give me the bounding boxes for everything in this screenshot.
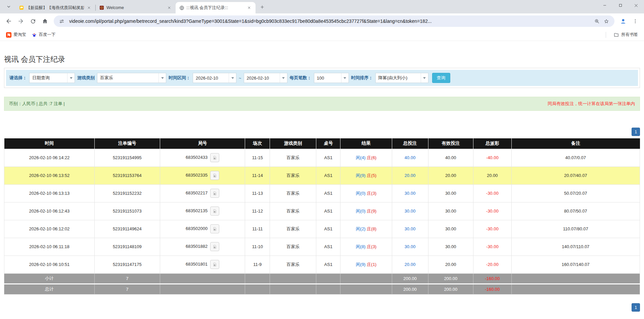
video-replay-button[interactable]	[210, 171, 219, 180]
filter-bar: 请选择： 日期查询 游戏类别 百家乐 时间区间： 2026-02-10 ~ 20…	[6, 70, 638, 86]
cell-valid-bet: 30.00	[428, 202, 473, 220]
new-tab-button[interactable]	[258, 2, 267, 12]
browser-tab-forum[interactable]: 【新提醒】【海燕优质回帖奖励	[15, 2, 95, 13]
dropdown-arrow-icon[interactable]	[341, 73, 349, 83]
browser-tab-welcome[interactable]: Welcome	[96, 2, 176, 13]
minimize-button[interactable]	[597, 0, 612, 11]
cell-total-bet: 20.00	[392, 167, 428, 184]
table-row: 2026-02-10 06:12:02523191149624683502000…	[4, 220, 640, 238]
sort-select[interactable]: 降冪(由大到小)	[375, 73, 428, 83]
video-replay-button[interactable]	[210, 224, 219, 233]
cell-game-type: 百家乐	[270, 184, 316, 202]
bookmark-star-button[interactable]	[602, 16, 611, 26]
dropdown-arrow-icon[interactable]	[421, 73, 428, 83]
browser-tab-betrecord[interactable]: :::视讯 会员下注纪录:::	[176, 2, 256, 13]
filter-panel: 请选择： 日期查询 游戏类别 百家乐 时间区间： 2026-02-10 ~ 20…	[4, 68, 640, 88]
site-settings-button[interactable]	[57, 16, 66, 26]
date-from-select[interactable]: 2026-02-10	[193, 73, 236, 83]
video-replay-button[interactable]	[210, 260, 219, 269]
cell-payout: -30.00	[473, 202, 511, 220]
bookmark-label: 百度一下	[39, 32, 56, 38]
cell-round-id: 683502135	[160, 202, 245, 220]
currency-summary-text: 币别：人民币 | 总共 :7 注单 |	[9, 101, 65, 107]
total-bet-link[interactable]: 40.00	[405, 155, 416, 160]
cell-result: 闲(4) 庄(6)	[340, 149, 392, 167]
baidu-paw-icon	[32, 32, 37, 38]
date-to-select[interactable]: 2026-02-10	[244, 73, 287, 83]
tab-close-icon[interactable]	[86, 5, 92, 11]
column-header-7: 结果	[340, 138, 392, 149]
video-replay-button[interactable]	[210, 207, 219, 216]
reload-button[interactable]	[28, 16, 38, 27]
maximize-button[interactable]	[612, 0, 628, 11]
query-type-value: 日期查询	[30, 75, 67, 81]
cell-bet-id: 523191147175	[94, 256, 160, 273]
summary-cell	[270, 273, 316, 284]
tab-close-icon[interactable]	[246, 5, 252, 11]
url-text[interactable]: videoie.com/ipl/portal.php/game/betrecor…	[69, 18, 590, 24]
home-button[interactable]	[40, 16, 50, 27]
zoom-page-button[interactable]	[592, 16, 602, 26]
dropdown-arrow-icon[interactable]	[229, 73, 236, 83]
result-player-text: 闲(2)	[356, 226, 366, 231]
cell-table-no: AS1	[316, 167, 340, 184]
address-bar[interactable]: videoie.com/ipl/portal.php/game/betrecor…	[54, 15, 614, 27]
tab-search-button[interactable]	[4, 2, 13, 11]
total-bet-link[interactable]: 30.00	[405, 209, 416, 214]
cell-table-no: AS1	[316, 256, 340, 273]
table-row: 2026-02-10 06:11:18523191148109683501882…	[4, 238, 640, 256]
dropdown-arrow-icon[interactable]	[67, 73, 75, 83]
bookmarks-bar: 淘 爱淘宝 百度一下 所有书签	[0, 29, 644, 41]
bookmark-baidu[interactable]: 百度一下	[29, 31, 58, 39]
film-icon	[213, 191, 217, 196]
cell-total-bet: 20.00	[392, 256, 428, 273]
close-button[interactable]	[628, 0, 644, 11]
total-bet-link[interactable]: 30.00	[405, 226, 416, 231]
cell-game-type: 百家乐	[270, 220, 316, 238]
chevron-down-icon	[6, 4, 11, 9]
video-replay-button[interactable]	[210, 153, 219, 162]
page-1-button[interactable]: 1	[632, 128, 640, 136]
welcome-favicon-icon	[99, 5, 104, 10]
page-1-button[interactable]: 1	[632, 303, 640, 312]
cell-remark: 50.07/20.07	[511, 184, 640, 202]
subtotal-row: 小计7200.00200.00-160.00	[4, 273, 640, 284]
cell-valid-bet: 30.00	[428, 220, 473, 238]
cell-time: 2026-02-10 06:13:52	[4, 167, 95, 184]
dropdown-arrow-icon[interactable]	[280, 73, 287, 83]
total-bet-link[interactable]: 30.00	[405, 244, 416, 249]
video-replay-button[interactable]	[210, 242, 219, 251]
tab-close-icon[interactable]	[166, 5, 172, 11]
all-bookmarks-button[interactable]: 所有书签	[611, 31, 641, 39]
game-type-select[interactable]: 百家乐	[97, 73, 166, 83]
cell-session: 11-13	[245, 184, 270, 202]
search-button[interactable]: 查询	[432, 73, 450, 83]
summary-cell: 200.00	[428, 273, 473, 284]
browser-menu-button[interactable]	[630, 16, 641, 27]
total-bet-link[interactable]: 30.00	[405, 191, 416, 196]
cell-time: 2026-02-10 06:12:43	[4, 202, 95, 220]
cell-remark: 110.07/80.07	[511, 220, 640, 238]
cell-remark: 140.07/110.07	[511, 238, 640, 256]
back-button[interactable]	[3, 16, 14, 27]
column-header-3: 局号	[160, 138, 245, 149]
time-range-label: 时间区间：	[169, 75, 190, 81]
plus-icon	[260, 5, 265, 9]
select-type-label: 请选择：	[9, 75, 27, 81]
page-size-select[interactable]: 100	[314, 73, 349, 83]
query-type-select[interactable]: 日期查询	[29, 73, 75, 83]
total-bet-link[interactable]: 20.00	[405, 173, 416, 178]
column-header-1: 时间	[4, 138, 95, 149]
video-replay-button[interactable]	[210, 189, 219, 198]
forward-button[interactable]	[15, 16, 26, 27]
bookmark-taobao[interactable]: 淘 爱淘宝	[3, 31, 29, 39]
cell-total-bet: 40.00	[392, 149, 428, 167]
profile-avatar-button[interactable]	[618, 16, 629, 27]
dropdown-arrow-icon[interactable]	[158, 73, 166, 83]
cell-table-no: AS1	[316, 202, 340, 220]
table-row: 2026-02-10 06:10:51523191147175683501801…	[4, 256, 640, 273]
cell-payout: -30.00	[473, 220, 511, 238]
total-bet-link[interactable]: 20.00	[405, 262, 416, 267]
summary-label: 小计	[4, 273, 95, 284]
cell-remark: 20.07/40.07	[511, 167, 640, 184]
